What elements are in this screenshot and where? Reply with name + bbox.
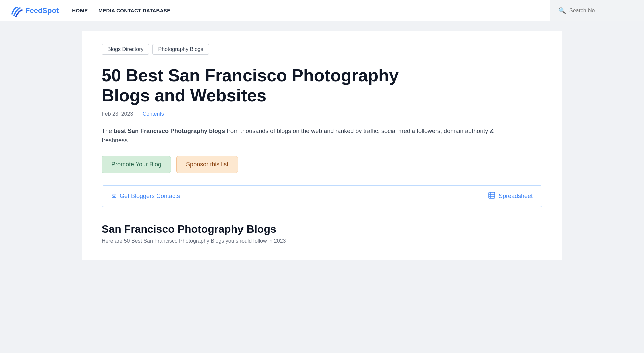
content-card: Blogs Directory Photography Blogs 50 Bes… — [82, 31, 562, 260]
navbar: FeedSpot HOME MEDIA CONTACT DATABASE 🔍 — [0, 0, 644, 21]
page-title: 50 Best San Francisco Photography Blogs … — [102, 66, 402, 106]
get-bloggers-contacts-link[interactable]: ✉ Get Bloggers Contacts — [111, 193, 180, 200]
logo-link[interactable]: FeedSpot — [11, 5, 59, 17]
nav-media-contact-database[interactable]: MEDIA CONTACT DATABASE — [98, 8, 170, 13]
breadcrumbs: Blogs Directory Photography Blogs — [102, 44, 542, 55]
section-subtitle: Here are 50 Best San Francisco Photograp… — [102, 238, 542, 244]
logo-text: FeedSpot — [25, 6, 59, 15]
meta-separator: · — [137, 111, 138, 117]
publish-date: Feb 23, 2023 — [102, 111, 133, 117]
description-prefix: The — [102, 128, 114, 134]
action-buttons: Promote Your Blog Sponsor this list — [102, 156, 542, 173]
svg-rect-0 — [489, 192, 495, 198]
get-contacts-label: Get Bloggers Contacts — [120, 193, 180, 200]
description-bold: best San Francisco Photography blogs — [114, 128, 225, 134]
search-icon: 🔍 — [558, 7, 566, 14]
spreadsheet-icon — [488, 192, 495, 201]
spreadsheet-label: Spreadsheet — [499, 193, 533, 200]
description: The best San Francisco Photography blogs… — [102, 126, 502, 146]
breadcrumb-blogs-directory[interactable]: Blogs Directory — [102, 44, 149, 55]
promote-blog-button[interactable]: Promote Your Blog — [102, 156, 171, 173]
meta-row: Feb 23, 2023 · Contents — [102, 111, 542, 117]
nav-links: HOME MEDIA CONTACT DATABASE — [72, 8, 170, 13]
breadcrumb-photography-blogs[interactable]: Photography Blogs — [152, 44, 209, 55]
spreadsheet-link[interactable]: Spreadsheet — [488, 192, 533, 201]
search-bar: 🔍 — [550, 0, 644, 21]
email-icon: ✉ — [111, 193, 116, 200]
contacts-row: ✉ Get Bloggers Contacts Spreadsheet — [102, 185, 542, 207]
nav-home[interactable]: HOME — [72, 8, 88, 13]
contents-link[interactable]: Contents — [143, 111, 164, 117]
main-container: Blogs Directory Photography Blogs 50 Bes… — [75, 21, 569, 267]
section-title: San Francisco Photography Blogs — [102, 223, 542, 235]
search-input[interactable] — [569, 8, 636, 14]
feedspot-logo-icon — [11, 5, 23, 17]
sponsor-list-button[interactable]: Sponsor this list — [176, 156, 238, 173]
